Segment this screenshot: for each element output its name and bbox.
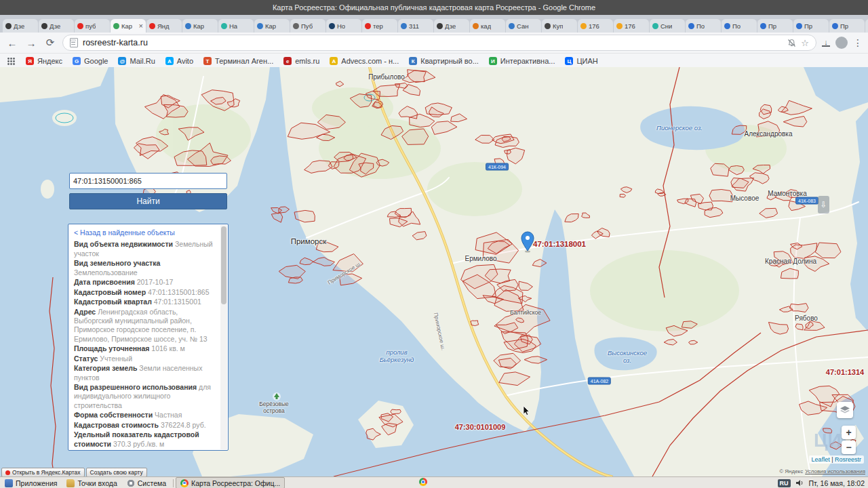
bookmark-item[interactable]: AAvito (165, 57, 193, 65)
browser-tab[interactable]: Кар (254, 19, 290, 33)
browser-tab[interactable]: Сни (650, 19, 685, 33)
yandex-terms-link[interactable]: Условия использования (805, 468, 865, 474)
tab-title: пуб (85, 22, 96, 30)
apps-grid-icon[interactable] (7, 57, 16, 66)
find-button[interactable]: Найти (69, 193, 227, 209)
forward-button[interactable]: → (24, 36, 38, 49)
downloads-icon[interactable]: ↓ (822, 39, 830, 47)
bookmark-item[interactable]: eemls.ru (283, 57, 319, 65)
zoom-in-button[interactable]: + (842, 426, 856, 439)
browser-tab[interactable]: Пр (829, 19, 865, 33)
browser-tab[interactable]: 176 (578, 19, 613, 33)
browser-tab[interactable]: пуб (75, 19, 110, 33)
road-shield: 41К-094 (486, 163, 509, 171)
profile-avatar[interactable] (835, 37, 848, 49)
taskbar-separator (173, 479, 174, 487)
notifications-blocked-icon[interactable] (787, 39, 796, 47)
road-shield: 41К-083 (795, 197, 818, 205)
browser-tab[interactable]: На (218, 19, 254, 33)
browser-tab[interactable]: Дзе (39, 19, 74, 33)
field-label: Дата присвоения (74, 278, 137, 286)
tab-favicon (293, 23, 299, 29)
field-label: Кадастровый номер (74, 288, 148, 296)
back-to-results-link[interactable]: < Назад в найденные объекты (74, 228, 217, 237)
taskbar-window-button[interactable]: Карта Росреестра: Офиц... (176, 477, 285, 488)
bookmark-favicon: A (165, 57, 174, 65)
browser-tab[interactable]: По (686, 19, 721, 33)
tab-title: Пр (768, 22, 776, 30)
back-button[interactable]: ← (5, 36, 19, 49)
bookmark-item[interactable]: GGoogle (73, 57, 108, 65)
yandex-attribution: © ЯндексУсловия использования (779, 468, 865, 474)
cadastral-number-input[interactable] (69, 173, 227, 189)
bookmark-label: Квартирный во... (420, 57, 479, 65)
field-value: Учтенный (100, 354, 132, 363)
browser-tab[interactable]: тер (362, 19, 397, 33)
browser-tab[interactable]: Пр (865, 19, 868, 33)
address-bar[interactable]: rosreestr-karta.ru ☆ (62, 35, 816, 51)
chrome-icon (180, 479, 189, 487)
zoom-out-button[interactable]: − (842, 441, 856, 454)
tab-title: Кар (193, 22, 204, 30)
keyboard-layout-indicator[interactable]: RU (778, 479, 791, 487)
parcel-field: Дата присвоения 2017-10-17 (74, 278, 217, 287)
browser-tab[interactable]: Пр (757, 19, 793, 33)
map-viewport[interactable]: ЦИ ПрибыловоПионерское оз.АлександровкаМ… (0, 67, 868, 476)
info-scrollbar-thumb[interactable] (221, 226, 226, 304)
tab-favicon (652, 23, 658, 29)
browser-tab[interactable]: Дзе (434, 19, 469, 33)
volume-icon[interactable] (795, 479, 804, 487)
pan-arrow-control[interactable]: ⇩ (818, 196, 829, 214)
field-value: 47:01:1315001 (154, 298, 201, 306)
taskbar-clock[interactable]: Пт, 16 мая, 18:02 (809, 479, 865, 487)
browser-tab[interactable]: Кар (182, 19, 218, 33)
field-label: Кадастровый квартал (74, 298, 154, 306)
browser-tab[interactable]: 176 (614, 19, 649, 33)
bookmark-favicon: @ (118, 57, 126, 65)
taskbar-tray: RU Пт, 16 мая, 18:02 (778, 479, 868, 487)
bookmark-favicon: И (489, 57, 497, 65)
chrome-launcher-icon[interactable] (419, 478, 427, 486)
bookmark-item[interactable]: ИИнтерактивна... (489, 57, 555, 65)
taskbar-menu-system[interactable]: Система (122, 477, 171, 488)
bookmark-favicon: Ц (565, 57, 573, 65)
bookmark-item[interactable]: @Mail.Ru (118, 57, 155, 65)
browser-tab[interactable]: Пр (793, 19, 829, 33)
field-value: 47:01:1315001:865 (148, 288, 210, 296)
bookmark-item[interactable]: AAdvecs.com - н... (330, 57, 399, 65)
browser-tab[interactable]: Пуб (290, 19, 326, 33)
map-footer-button[interactable]: Создать свою карту (86, 468, 147, 476)
browser-tab[interactable]: Дзе (3, 19, 38, 33)
rosreestr-link[interactable]: Rosreestr (835, 456, 861, 463)
tab-title: тер (373, 22, 383, 30)
browser-tab[interactable]: кад (470, 19, 505, 33)
bookmark-item[interactable]: ТТерминал Аген... (203, 57, 273, 65)
tab-favicon (257, 23, 263, 29)
tab-close-icon[interactable]: × (139, 23, 143, 29)
browser-tab[interactable]: Но (326, 19, 361, 33)
leaflet-link[interactable]: Leaflet (812, 456, 830, 463)
system-menu-icon (127, 479, 135, 487)
tab-favicon (77, 23, 83, 29)
browser-tab[interactable]: Куп (542, 19, 577, 33)
bookmark-star-icon[interactable]: ☆ (801, 38, 809, 48)
browser-tab[interactable]: Кар× (111, 19, 146, 33)
taskbar-menu-label: Точки входа (77, 479, 117, 487)
layers-button[interactable] (837, 402, 853, 418)
reload-button[interactable]: ⟳ (43, 36, 57, 49)
bookmark-item[interactable]: ККвартирный во... (409, 57, 479, 65)
bookmark-item[interactable]: ЦЦИАН (565, 57, 597, 65)
browser-tab[interactable]: Янд (146, 19, 182, 33)
browser-tab[interactable]: По (722, 19, 757, 33)
info-scrollbar[interactable] (220, 225, 227, 449)
browser-tab[interactable]: Сан (506, 19, 541, 33)
taskbar-menu-apps[interactable]: Приложения (0, 477, 62, 488)
taskbar-menu-places[interactable]: Точки входа (62, 477, 121, 488)
tab-favicon (580, 23, 587, 29)
bookmark-item[interactable]: ЯЯндекс (26, 57, 62, 65)
tab-favicon (365, 23, 371, 29)
browser-menu-icon[interactable]: ⋮ (853, 37, 863, 48)
bookmark-favicon: Т (203, 57, 212, 65)
map-footer-button[interactable]: Открыть в Яндекс.Картах (1, 468, 85, 476)
browser-tab[interactable]: 311 (398, 19, 433, 33)
